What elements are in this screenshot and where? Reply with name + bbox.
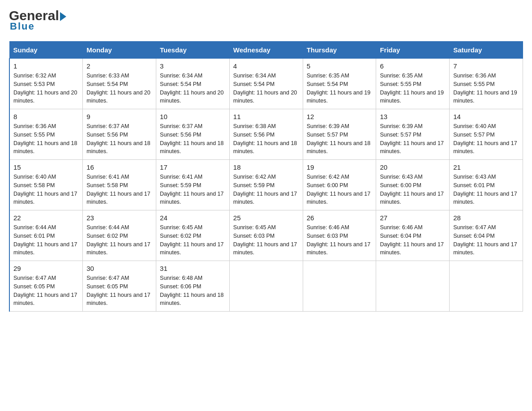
day-number: 28 [453, 214, 519, 222]
day-number: 11 [233, 113, 299, 120]
day-info: Sunrise: 6:34 AMSunset: 5:54 PMDaylight:… [160, 72, 226, 105]
header-sunday: Sunday [9, 42, 83, 59]
calendar-week-2: 8 Sunrise: 6:36 AMSunset: 5:55 PMDayligh… [9, 109, 523, 160]
day-info: Sunrise: 6:43 AMSunset: 6:01 PMDaylight:… [453, 173, 519, 206]
calendar-day: 16 Sunrise: 6:41 AMSunset: 5:58 PMDaylig… [83, 160, 156, 210]
calendar-day: 14 Sunrise: 6:40 AMSunset: 5:57 PMDaylig… [450, 109, 523, 160]
calendar-day: 4 Sunrise: 6:34 AMSunset: 5:54 PMDayligh… [229, 59, 303, 109]
day-number: 9 [86, 113, 152, 120]
calendar-header-row: SundayMondayTuesdayWednesdayThursdayFrid… [9, 42, 523, 59]
day-info: Sunrise: 6:47 AMSunset: 6:05 PMDaylight:… [86, 274, 152, 308]
day-info: Sunrise: 6:44 AMSunset: 6:01 PMDaylight:… [13, 223, 79, 257]
day-info: Sunrise: 6:35 AMSunset: 5:55 PMDaylight:… [380, 72, 446, 105]
day-number: 19 [307, 163, 373, 171]
calendar-week-5: 29 Sunrise: 6:47 AMSunset: 6:05 PMDaylig… [9, 261, 523, 312]
day-info: Sunrise: 6:37 AMSunset: 5:56 PMDaylight:… [160, 122, 226, 156]
calendar-day: 29 Sunrise: 6:47 AMSunset: 6:05 PMDaylig… [9, 261, 83, 312]
calendar-day: 7 Sunrise: 6:36 AMSunset: 5:55 PMDayligh… [450, 59, 523, 109]
day-info: Sunrise: 6:42 AMSunset: 5:59 PMDaylight:… [233, 173, 299, 206]
day-number: 17 [160, 163, 226, 171]
day-info: Sunrise: 6:44 AMSunset: 6:02 PMDaylight:… [86, 223, 152, 257]
page-header: General Blue [9, 9, 523, 32]
day-number: 5 [307, 62, 373, 70]
day-info: Sunrise: 6:35 AMSunset: 5:54 PMDaylight:… [307, 72, 373, 105]
calendar-day: 21 Sunrise: 6:43 AMSunset: 6:01 PMDaylig… [450, 160, 523, 210]
header-tuesday: Tuesday [156, 42, 230, 59]
calendar-day: 1 Sunrise: 6:32 AMSunset: 5:53 PMDayligh… [9, 59, 83, 109]
calendar-day: 18 Sunrise: 6:42 AMSunset: 5:59 PMDaylig… [229, 160, 303, 210]
calendar-week-1: 1 Sunrise: 6:32 AMSunset: 5:53 PMDayligh… [9, 59, 523, 109]
calendar-day: 8 Sunrise: 6:36 AMSunset: 5:55 PMDayligh… [9, 109, 83, 160]
day-number: 12 [307, 113, 373, 120]
logo-blue-text: Blue [10, 21, 35, 32]
day-number: 14 [453, 113, 519, 120]
day-info: Sunrise: 6:46 AMSunset: 6:03 PMDaylight:… [307, 223, 373, 257]
calendar-table: SundayMondayTuesdayWednesdayThursdayFrid… [9, 41, 523, 312]
calendar-day: 19 Sunrise: 6:42 AMSunset: 6:00 PMDaylig… [303, 160, 376, 210]
day-info: Sunrise: 6:45 AMSunset: 6:02 PMDaylight:… [160, 223, 226, 257]
day-number: 26 [307, 214, 373, 222]
day-info: Sunrise: 6:39 AMSunset: 5:57 PMDaylight:… [307, 122, 373, 156]
calendar-day: 2 Sunrise: 6:33 AMSunset: 5:54 PMDayligh… [83, 59, 156, 109]
day-number: 3 [160, 62, 226, 70]
day-info: Sunrise: 6:37 AMSunset: 5:56 PMDaylight:… [86, 122, 152, 156]
calendar-day [229, 261, 303, 312]
day-info: Sunrise: 6:41 AMSunset: 5:58 PMDaylight:… [86, 173, 152, 206]
day-number: 29 [13, 265, 79, 272]
day-info: Sunrise: 6:40 AMSunset: 5:58 PMDaylight:… [13, 173, 79, 206]
calendar-day: 3 Sunrise: 6:34 AMSunset: 5:54 PMDayligh… [156, 59, 230, 109]
calendar-day: 10 Sunrise: 6:37 AMSunset: 5:56 PMDaylig… [156, 109, 230, 160]
calendar-day [376, 261, 450, 312]
calendar-day: 6 Sunrise: 6:35 AMSunset: 5:55 PMDayligh… [376, 59, 450, 109]
calendar-day: 11 Sunrise: 6:38 AMSunset: 5:56 PMDaylig… [229, 109, 303, 160]
day-info: Sunrise: 6:33 AMSunset: 5:54 PMDaylight:… [86, 72, 152, 105]
calendar-day: 12 Sunrise: 6:39 AMSunset: 5:57 PMDaylig… [303, 109, 376, 160]
day-number: 13 [380, 113, 446, 120]
day-number: 25 [233, 214, 299, 222]
day-number: 27 [380, 214, 446, 222]
day-number: 7 [453, 62, 519, 70]
day-number: 31 [160, 265, 226, 272]
calendar-day: 13 Sunrise: 6:39 AMSunset: 5:57 PMDaylig… [376, 109, 450, 160]
day-number: 1 [13, 62, 79, 70]
logo: General Blue [9, 9, 66, 32]
calendar-day: 22 Sunrise: 6:44 AMSunset: 6:01 PMDaylig… [9, 210, 83, 261]
header-monday: Monday [83, 42, 156, 59]
calendar-day: 26 Sunrise: 6:46 AMSunset: 6:03 PMDaylig… [303, 210, 376, 261]
day-info: Sunrise: 6:39 AMSunset: 5:57 PMDaylight:… [380, 122, 446, 156]
day-info: Sunrise: 6:46 AMSunset: 6:04 PMDaylight:… [380, 223, 446, 257]
day-number: 8 [13, 113, 79, 120]
day-number: 6 [380, 62, 446, 70]
day-info: Sunrise: 6:48 AMSunset: 6:06 PMDaylight:… [160, 274, 226, 308]
calendar-day [303, 261, 376, 312]
day-number: 20 [380, 163, 446, 171]
day-info: Sunrise: 6:40 AMSunset: 5:57 PMDaylight:… [453, 122, 519, 156]
calendar-day: 15 Sunrise: 6:40 AMSunset: 5:58 PMDaylig… [9, 160, 83, 210]
calendar-day: 28 Sunrise: 6:47 AMSunset: 6:04 PMDaylig… [450, 210, 523, 261]
day-info: Sunrise: 6:36 AMSunset: 5:55 PMDaylight:… [453, 72, 519, 105]
header-wednesday: Wednesday [229, 42, 303, 59]
calendar-day [450, 261, 523, 312]
header-friday: Friday [376, 42, 450, 59]
calendar-day: 17 Sunrise: 6:41 AMSunset: 5:59 PMDaylig… [156, 160, 230, 210]
calendar-day: 20 Sunrise: 6:43 AMSunset: 6:00 PMDaylig… [376, 160, 450, 210]
calendar-day: 24 Sunrise: 6:45 AMSunset: 6:02 PMDaylig… [156, 210, 230, 261]
header-saturday: Saturday [450, 42, 523, 59]
day-info: Sunrise: 6:38 AMSunset: 5:56 PMDaylight:… [233, 122, 299, 156]
calendar-day: 5 Sunrise: 6:35 AMSunset: 5:54 PMDayligh… [303, 59, 376, 109]
calendar-day: 23 Sunrise: 6:44 AMSunset: 6:02 PMDaylig… [83, 210, 156, 261]
day-info: Sunrise: 6:36 AMSunset: 5:55 PMDaylight:… [13, 122, 79, 156]
day-number: 2 [86, 62, 152, 70]
calendar-day: 25 Sunrise: 6:45 AMSunset: 6:03 PMDaylig… [229, 210, 303, 261]
day-number: 22 [13, 214, 79, 222]
day-number: 24 [160, 214, 226, 222]
day-info: Sunrise: 6:47 AMSunset: 6:04 PMDaylight:… [453, 223, 519, 257]
calendar-day: 30 Sunrise: 6:47 AMSunset: 6:05 PMDaylig… [83, 261, 156, 312]
day-info: Sunrise: 6:47 AMSunset: 6:05 PMDaylight:… [13, 274, 79, 308]
day-info: Sunrise: 6:34 AMSunset: 5:54 PMDaylight:… [233, 72, 299, 105]
calendar-week-4: 22 Sunrise: 6:44 AMSunset: 6:01 PMDaylig… [9, 210, 523, 261]
day-number: 4 [233, 62, 299, 70]
day-number: 18 [233, 163, 299, 171]
calendar-day: 31 Sunrise: 6:48 AMSunset: 6:06 PMDaylig… [156, 261, 230, 312]
day-info: Sunrise: 6:32 AMSunset: 5:53 PMDaylight:… [13, 72, 79, 105]
